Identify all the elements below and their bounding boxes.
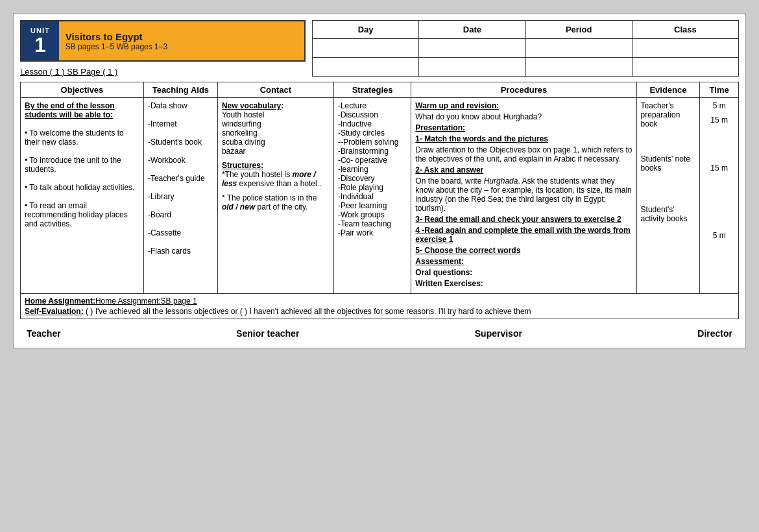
warm-up-label: Warm up and revision: — [415, 101, 632, 110]
date-cell-1 — [419, 39, 525, 58]
aid-6: -Library — [148, 192, 213, 201]
info-table: Day Date Period Class — [312, 20, 739, 77]
aid-9: -Flash cards — [148, 247, 213, 256]
strat-6: -Brainstorming — [338, 147, 407, 156]
objective-4: • To read an email recommending holiday … — [25, 201, 139, 228]
strat-14: -Team teaching — [338, 219, 407, 228]
vocab-3: snorkeling — [222, 128, 330, 138]
class-cell-1 — [632, 39, 738, 58]
main-table: Objectives Teaching Aids Contact Strateg… — [20, 82, 739, 294]
th-strategies: Strategies — [333, 82, 411, 98]
step-2-label: 2- Ask and answer — [415, 165, 632, 175]
supervisor-sig: Supervisor — [475, 328, 522, 339]
time-4: 5 m — [704, 231, 734, 240]
self-evaluation: Self-Evaluation: ( ) I've achieved all t… — [25, 307, 734, 316]
time-2: 15 m — [704, 115, 734, 125]
class-header: Class — [632, 21, 738, 39]
aid-7: -Board — [148, 210, 213, 219]
unit-subtitle: SB pages 1–5 WB pages 1–3 — [66, 42, 298, 51]
th-time: Time — [700, 82, 739, 98]
evidence-cell: Teacher's preparation book Students' not… — [636, 98, 700, 294]
contact-cell: New vocabulary: Youth hostel windsurfing… — [217, 98, 333, 294]
evidence-3: Student's' activity books — [641, 205, 696, 223]
director-sig: Director — [697, 328, 732, 339]
day-header: Day — [313, 21, 419, 39]
lesson-line: Lesson ( 1 ) SB Page ( 1 ) — [20, 67, 306, 77]
strat-10: -Role playing — [338, 183, 407, 192]
procedures-cell: Warm up and revision: What do you know a… — [411, 98, 636, 294]
strat-7: -Co- operative — [338, 156, 407, 165]
vocab-5: bazaar — [222, 147, 330, 156]
vocab-items: Youth hostel windsurfing snorkeling scub… — [222, 110, 330, 156]
step-4-label: 4 -Read again and complete the email wit… — [415, 226, 632, 244]
date-header: Date — [419, 21, 525, 39]
aid-3: -Student's book — [148, 138, 213, 147]
unit-title: Visitors to Egypt — [66, 31, 298, 42]
strat-13: -Work groups — [338, 210, 407, 219]
vocab-header: New vocabulary: — [222, 101, 330, 110]
aid-2: -Internet — [148, 119, 213, 128]
unit-number: 1 — [34, 34, 46, 55]
main-row: By the end of the lesson students will b… — [21, 98, 739, 294]
strat-4: -Study circles — [338, 128, 407, 138]
step-2-text: On the board, write Hurghada. Ask the st… — [415, 176, 632, 213]
th-objectives: Objectives — [21, 82, 144, 98]
unit-title-box: Visitors to Egypt SB pages 1–5 WB pages … — [59, 21, 304, 60]
evidence-1: Teacher's preparation book — [641, 101, 696, 128]
info-row-1 — [313, 39, 739, 58]
date-cell-2 — [419, 58, 525, 77]
strat-15: -Pair work — [338, 228, 407, 237]
time-3: 15 m — [704, 163, 734, 173]
day-cell-2 — [313, 58, 419, 77]
aid-5: -Teacher's guide — [148, 174, 213, 183]
strat-5: --Problem solving — [338, 138, 407, 147]
strat-8: -learning — [338, 165, 407, 174]
objectives-cell: By the end of the lesson students will b… — [21, 98, 144, 294]
senior-sig: Senior teacher — [236, 328, 299, 339]
th-contact: Contact — [217, 82, 333, 98]
strat-11: -Individual — [338, 192, 407, 201]
period-cell-1 — [525, 39, 632, 58]
objective-3: • To talk about holiday activities. — [25, 183, 139, 192]
time-1: 5 m — [704, 101, 734, 110]
teaching-aids-cell: -Data show -Internet -Student's book -Wo… — [143, 98, 217, 294]
step-1-text: Draw attention to the Objectives box on … — [415, 145, 632, 163]
strat-9: -Discovery — [338, 174, 407, 183]
objective-1: • To welcome the students to their new c… — [25, 128, 139, 147]
vocab-4: scuba diving — [222, 138, 330, 147]
period-cell-2 — [525, 58, 632, 77]
time-cell: 5 m 15 m 15 m 5 m — [700, 98, 739, 294]
unit-box: UNIT 1 Visitors to Egypt SB pages 1–5 WB… — [20, 20, 306, 62]
aid-1: -Data show — [148, 101, 213, 110]
step-1-label: 1- Match the words and the pictures — [415, 134, 632, 143]
strat-2: -Discussion — [338, 110, 407, 119]
period-header: Period — [525, 21, 632, 39]
assessment-label: Assessment: — [415, 257, 632, 266]
class-cell-2 — [632, 58, 738, 77]
objective-2: • To introduce the unit to the students. — [25, 156, 139, 174]
strategies-cell: -Lecture -Discussion -Inductive -Study c… — [333, 98, 411, 294]
home-assignment: Home Assignment:Home Assignment:SB page … — [25, 296, 734, 306]
footer-section: Home Assignment:Home Assignment:SB page … — [20, 294, 739, 319]
step-5-label: 5- Choose the correct words — [415, 246, 632, 255]
info-row-2 — [313, 58, 739, 77]
th-teaching-aids: Teaching Aids — [143, 82, 217, 98]
day-cell-1 — [313, 39, 419, 58]
strat-12: -Peer learning — [338, 201, 407, 210]
struct-1: *The youth hostel is more / less expensi… — [222, 170, 330, 188]
struct-2: * The police station is in the old / new… — [222, 193, 330, 212]
header-section: UNIT 1 Visitors to Egypt SB pages 1–5 WB… — [20, 20, 739, 77]
lesson-plan-page: UNIT 1 Visitors to Egypt SB pages 1–5 WB… — [13, 13, 746, 348]
written-label: Written Exercises: — [415, 279, 632, 288]
objectives-intro: By the end of the lesson students will b… — [25, 101, 139, 119]
warm-up-text: What do you know about Hurghada? — [415, 112, 632, 121]
teacher-sig: Teacher — [27, 328, 61, 339]
vocab-2: windsurfing — [222, 119, 330, 128]
presentation-label: Presentation: — [415, 123, 632, 132]
step-3-label: 3- Read the email and check your answers… — [415, 215, 632, 224]
strat-3: -Inductive — [338, 119, 407, 128]
oral-label: Oral questions: — [415, 268, 632, 277]
unit-number-box: UNIT 1 — [21, 21, 59, 60]
th-procedures: Procedures — [411, 82, 636, 98]
vocab-1: Youth hostel — [222, 110, 330, 119]
